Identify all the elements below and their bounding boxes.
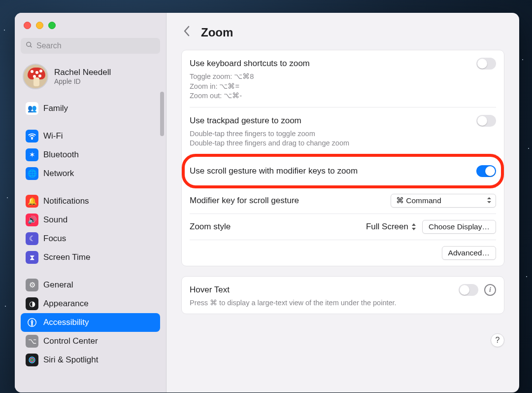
search-field-wrap: [21, 38, 160, 54]
sidebar: Rachel Needell Apple ID 👥FamilyWi-Fi✶Blu…: [15, 13, 166, 393]
row-sub: Press ⌘ to display a large-text view of …: [190, 298, 496, 308]
row-sub: Double-tap three fingers to toggle zoomD…: [190, 129, 496, 148]
sidebar-item-wi-fi[interactable]: Wi-Fi: [21, 127, 160, 145]
zoom-panel: Use keyboard shortcuts to zoom Toggle zo…: [181, 50, 504, 266]
sidebar-item-label: Screen Time: [43, 252, 90, 262]
row-title: Zoom style: [190, 222, 231, 232]
sidebar-scrollbar[interactable]: [160, 92, 164, 368]
svg-point-0: [27, 42, 31, 46]
svg-line-1: [30, 46, 32, 47]
account-row[interactable]: Rachel Needell Apple ID: [21, 61, 160, 97]
network-icon: 🌐: [26, 167, 38, 180]
sidebar-item-control-center[interactable]: ⌥Control Center: [21, 332, 160, 351]
help-button[interactable]: ?: [491, 333, 504, 347]
sidebar-item-accessibility[interactable]: Accessibility: [21, 313, 160, 332]
row-trackpad-gesture: Use trackpad gesture to zoom Double-tap …: [190, 107, 496, 155]
row-kb-shortcuts: Use keyboard shortcuts to zoom Toggle zo…: [190, 50, 496, 107]
row-title: Use scroll gesture with modifier keys to…: [190, 166, 358, 176]
sidebar-item-screen-time[interactable]: ⧗Screen Time: [21, 248, 160, 267]
row-title: Modifier key for scroll gesture: [190, 196, 299, 206]
appearance-icon: ◑: [26, 297, 38, 310]
sidebar-item-label: Accessibility: [43, 318, 89, 327]
wifi-icon: [26, 130, 38, 143]
choose-display-button[interactable]: Choose Display…: [422, 220, 496, 234]
focus-icon: ☾: [26, 232, 38, 245]
sidebar-item-label: Wi-Fi: [43, 131, 63, 141]
row-scroll-modifier: Use scroll gesture with modifier keys to…: [190, 155, 496, 188]
toggle-scroll-modifier[interactable]: [476, 165, 496, 177]
notifications-icon: 🔔: [26, 195, 38, 208]
account-sub: Apple ID: [54, 77, 111, 85]
siri-icon: [26, 354, 38, 366]
minimize-window-button[interactable]: [36, 22, 43, 29]
zoom-style-value-stepper[interactable]: Full Screen: [366, 222, 416, 232]
sidebar-item-label: Siri & Spotlight: [43, 355, 99, 365]
svg-marker-12: [412, 228, 416, 230]
toggle-hover-text[interactable]: [459, 284, 478, 296]
toggle-trackpad-gesture[interactable]: [476, 115, 496, 127]
svg-marker-10: [487, 201, 491, 203]
content-pane: Zoom Use keyboard shortcuts to zoom Togg…: [166, 13, 519, 393]
stepper-icon: [411, 223, 416, 230]
sidebar-item-family[interactable]: 👥Family: [21, 99, 160, 118]
search-icon: [26, 41, 33, 51]
row-zoom-style: Zoom style Full Screen Choose Display…: [190, 214, 496, 240]
sidebar-item-network[interactable]: 🌐Network: [21, 164, 160, 183]
sidebar-item-label: Sound: [43, 215, 67, 225]
screen time-icon: ⧗: [26, 251, 38, 264]
window-controls: [21, 20, 160, 38]
bluetooth-icon: ✶: [26, 148, 38, 161]
sidebar-item-focus[interactable]: ☾Focus: [21, 229, 160, 248]
content-header: Zoom: [181, 25, 504, 40]
row-advanced: Advanced…: [190, 240, 496, 266]
sidebar-item-siri-spotlight[interactable]: Siri & Spotlight: [21, 351, 160, 369]
select-value: ⌘ Command: [396, 196, 441, 205]
sidebar-item-bluetooth[interactable]: ✶Bluetooth: [21, 145, 160, 164]
sidebar-item-notifications[interactable]: 🔔Notifications: [21, 192, 160, 211]
control center-icon: ⌥: [26, 335, 38, 348]
sidebar-item-label: Focus: [43, 234, 66, 244]
person-icon: [26, 316, 38, 329]
row-sub: Toggle zoom: ⌥⌘8Zoom in: ⌥⌘=Zoom out: ⌥⌘…: [190, 72, 496, 101]
family-icon: 👥: [26, 102, 38, 115]
svg-point-4: [32, 320, 33, 321]
zoom-style-value: Full Screen: [366, 222, 408, 232]
sidebar-item-appearance[interactable]: ◑Appearance: [21, 294, 160, 313]
scrollbar-thumb[interactable]: [160, 92, 164, 136]
sidebar-item-label: Network: [43, 169, 74, 179]
sidebar-item-label: Control Center: [43, 336, 98, 346]
svg-marker-9: [487, 197, 491, 199]
back-button[interactable]: [181, 25, 192, 40]
sidebar-item-sound[interactable]: 🔊Sound: [21, 211, 160, 229]
page-title: Zoom: [201, 26, 233, 39]
sound-icon: 🔊: [26, 214, 38, 226]
hover-text-panel: Hover Text i Press ⌘ to display a large-…: [181, 276, 504, 315]
close-window-button[interactable]: [24, 22, 31, 29]
svg-marker-11: [412, 223, 416, 226]
sidebar-nav: 👥FamilyWi-Fi✶Bluetooth🌐Network🔔Notificat…: [21, 99, 160, 369]
modifier-key-select[interactable]: ⌘ Command: [391, 194, 496, 208]
sidebar-item-label: Notifications: [43, 196, 89, 206]
zoom-window-button[interactable]: [48, 22, 56, 29]
settings-window: Rachel Needell Apple ID 👥FamilyWi-Fi✶Blu…: [15, 13, 519, 393]
account-name: Rachel Needell: [54, 68, 111, 77]
sidebar-item-label: Family: [43, 104, 68, 113]
row-title: Use keyboard shortcuts to zoom: [190, 59, 310, 69]
sidebar-item-general[interactable]: ⚙General: [21, 276, 160, 294]
info-icon[interactable]: i: [484, 284, 496, 296]
toggle-kb-shortcuts[interactable]: [476, 58, 496, 70]
button-label: Advanced…: [448, 249, 490, 257]
sidebar-item-label: General: [43, 280, 73, 290]
row-modifier-key: Modifier key for scroll gesture ⌘ Comman…: [190, 188, 496, 214]
search-input[interactable]: [21, 38, 160, 54]
row-title: Use trackpad gesture to zoom: [190, 116, 301, 126]
svg-point-2: [32, 138, 33, 139]
sidebar-item-label: Bluetooth: [43, 150, 79, 160]
chevron-down-icon: [487, 197, 492, 204]
button-label: Choose Display…: [429, 222, 490, 231]
help-label: ?: [496, 336, 500, 345]
sidebar-item-label: Appearance: [43, 299, 89, 309]
row-title: Hover Text: [190, 285, 230, 295]
advanced-button[interactable]: Advanced…: [442, 246, 496, 260]
general-icon: ⚙: [26, 279, 38, 291]
